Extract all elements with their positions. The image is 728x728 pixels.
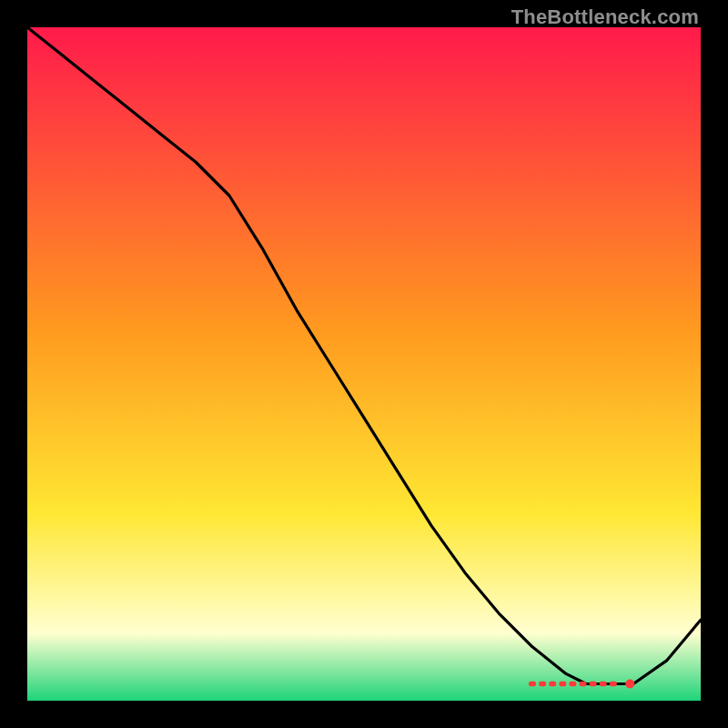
target-marker-segment [559,682,566,686]
target-marker-dot [625,680,634,689]
target-marker-segment [539,682,546,686]
target-marker-segment [600,682,607,686]
watermark-label: TheBottleneck.com [511,5,699,29]
chart-frame: TheBottleneck.com [0,0,728,728]
target-marker-segment [580,682,587,686]
target-marker-segment [549,682,556,686]
target-marker-segment [529,682,536,686]
target-marker-segment [610,682,617,686]
chart-background [27,27,701,701]
target-marker-segment [569,682,576,686]
bottleneck-chart [27,27,701,701]
target-marker-segment [590,682,597,686]
